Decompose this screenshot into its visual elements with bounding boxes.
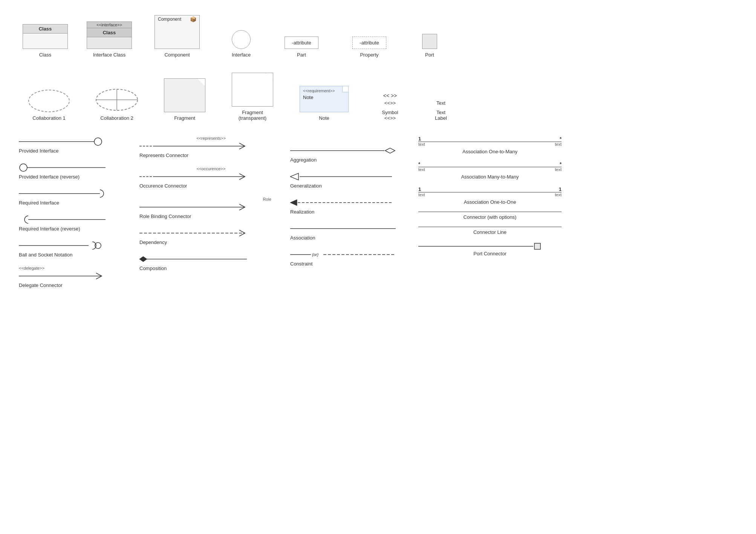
class-label: Class — [39, 52, 52, 58]
item-required-interface-reverse: Required Interface (reverse) — [19, 214, 132, 232]
generalization-line — [290, 171, 411, 182]
represents-svg — [139, 142, 256, 151]
item-assoc-many-many: * * text text Association Many-to-Many — [418, 161, 562, 180]
provided-interface-reverse-line — [19, 162, 132, 173]
required-interface-svg — [19, 188, 109, 199]
collab2-shape — [94, 88, 139, 112]
item-role-binding: Role Role Binding Connector — [139, 197, 283, 219]
item-ball-socket: Ball and Socket Notation — [19, 240, 132, 258]
interface-class-title: Class — [87, 28, 132, 37]
assoc-one-many-left-role: text — [418, 142, 425, 146]
symbol-label-text: Symbol<<>> — [382, 110, 398, 121]
text-text: Text — [436, 99, 445, 107]
role-text: Role — [139, 197, 283, 201]
property-label: Property — [360, 52, 378, 58]
item-association: Association — [290, 223, 411, 241]
represents-stereo: <<represents>> — [139, 136, 283, 140]
ball-socket-svg — [19, 240, 109, 251]
realization-label: Realization — [290, 209, 314, 215]
occurrence-line — [139, 171, 283, 182]
part-label: Part — [297, 52, 306, 58]
diagram-container: Class Class <<interface>> Class Interfac… — [15, 15, 741, 296]
note-title: Note — [303, 95, 345, 100]
dependency-label: Dependency — [139, 240, 167, 245]
delegate-line — [19, 270, 132, 282]
delegate-stereotype: <<delegate>> — [19, 266, 44, 270]
interface-stereotype: <<interface>> — [87, 22, 132, 28]
assoc-one-one-line: text text — [418, 192, 562, 198]
assoc-one-many-right-role: text — [555, 142, 562, 146]
ball-socket-label: Ball and Socket Notation — [19, 252, 72, 258]
svg-marker-21 — [385, 148, 395, 153]
class-header: Class — [23, 24, 67, 34]
note-label: Note — [319, 115, 329, 121]
fragment-transparent-corner — [265, 73, 273, 81]
symbol-shape: << >> <<>> — [383, 92, 397, 107]
component-label: Component — [164, 52, 190, 58]
fragment-corner — [197, 79, 205, 86]
collab1-shape — [28, 90, 70, 112]
realization-svg — [290, 198, 396, 207]
interface-class-shape: <<interface>> Class — [87, 21, 132, 49]
item-collab1: Collaboration 1 — [15, 90, 83, 121]
component-icon: 📦 — [190, 16, 196, 22]
connector-options-label: Connector (with options) — [418, 214, 562, 220]
item-assoc-one-one: 1 1 text text Association One-to-One — [418, 186, 562, 205]
assoc-many-many-left-role: text — [418, 167, 425, 172]
col3-connectors: Aggregation Generalization — [286, 136, 415, 296]
item-class: Class Class — [15, 24, 75, 58]
fragment-label: Fragment — [174, 115, 195, 121]
required-interface-reverse-svg — [19, 214, 109, 225]
assoc-one-many-line: text text — [418, 142, 562, 147]
required-interface-label: Required Interface — [19, 200, 59, 206]
component-header: Component 📦 — [155, 15, 199, 24]
assoc-one-one-label: Association One-to-One — [418, 199, 562, 205]
item-aggregation: Aggregation — [290, 145, 411, 163]
collab1-label: Collaboration 1 — [32, 115, 65, 121]
component-title: Component — [158, 17, 181, 22]
represents-label: Represents Connector — [139, 153, 188, 158]
assoc-one-one-roles: text text — [418, 192, 562, 197]
role-binding-label: Role Binding Connector — [139, 214, 191, 219]
symbol-text: << >> — [383, 92, 397, 100]
item-required-interface: Required Interface — [19, 188, 132, 206]
provided-interface-reverse-svg — [19, 162, 109, 173]
col2-connectors: <<represents>> Represents Connector <<oc… — [136, 136, 286, 296]
assoc-many-many-right-mult: * — [560, 161, 562, 167]
svg-marker-19 — [139, 256, 147, 262]
col4-connectors: 1 * text text Association One-to-Many * … — [415, 136, 565, 296]
interface-circle — [232, 30, 251, 49]
svg-text:{or}: {or} — [312, 252, 318, 257]
item-port-connector: Port Connector — [418, 242, 562, 256]
generalization-svg — [290, 172, 396, 181]
text-label-label: TextLabel — [435, 110, 447, 121]
note-stereotype: <<requirement>> — [303, 88, 345, 93]
delegate-svg — [19, 272, 109, 281]
assoc-one-one-mult: 1 1 — [418, 186, 562, 192]
component-shape: Component 📦 — [155, 15, 200, 49]
row1-shapes: Class Class <<interface>> Class Interfac… — [15, 15, 741, 58]
item-occurrence: <<occurence>> Occurence Connector — [139, 166, 283, 189]
assoc-one-one-left-role: text — [418, 192, 425, 197]
aggregation-label: Aggregation — [290, 157, 317, 163]
assoc-many-many-label: Association Many-to-Many — [418, 174, 562, 180]
item-note: <<requirement>> Note Note — [286, 86, 362, 121]
fragment-transparent-label: Fragment(transparent) — [239, 110, 266, 121]
aggregation-svg — [290, 146, 396, 155]
constraint-svg: {or} — [290, 250, 396, 259]
item-connector-line: Connector Line — [418, 227, 562, 235]
assoc-one-many-left-mult: 1 — [418, 136, 421, 142]
item-interface-class: <<interface>> Class Interface Class — [75, 21, 143, 58]
class-body — [23, 34, 67, 49]
item-connector-options: Connector (with options) — [418, 212, 562, 220]
item-dependency: Dependency — [139, 227, 283, 245]
assoc-one-many-mult: 1 * — [418, 136, 562, 142]
row2-shapes: Collaboration 1 Collaboration 2 Fragment — [15, 73, 741, 121]
occurrence-label: Occurence Connector — [139, 183, 187, 189]
connector-options-line — [418, 212, 562, 213]
assoc-one-one-left-mult: 1 — [418, 186, 421, 192]
association-svg — [290, 224, 396, 233]
interface-label: Interface — [232, 52, 251, 58]
assoc-many-many-left-mult: * — [418, 161, 420, 167]
note-corner — [342, 86, 348, 92]
